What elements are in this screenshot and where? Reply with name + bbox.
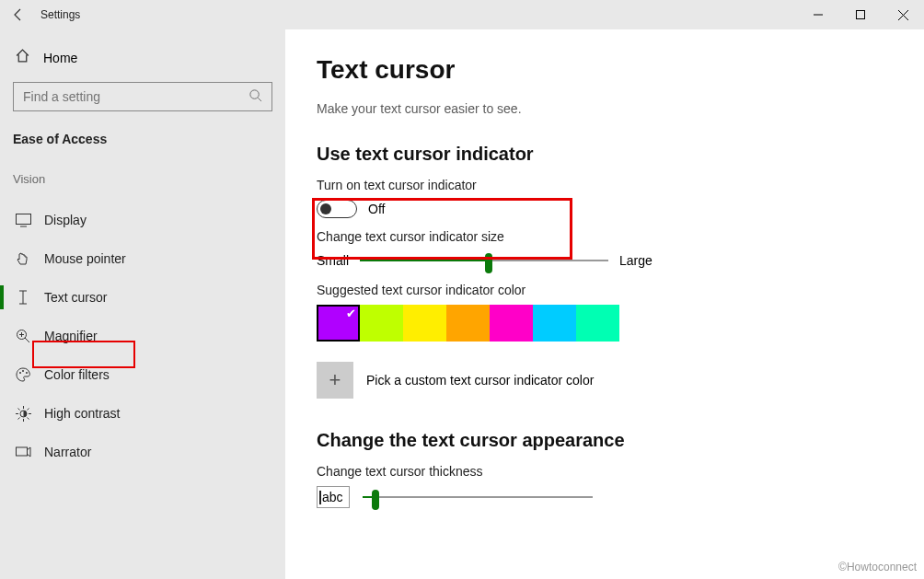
color-label: Suggested text cursor indicator color (317, 283, 893, 297)
svg-line-21 (27, 417, 29, 419)
narrator-icon (15, 444, 31, 460)
custom-color-label: Pick a custom text cursor indicator colo… (366, 373, 594, 388)
thickness-slider[interactable] (363, 488, 593, 506)
indicator-toggle[interactable] (317, 200, 357, 218)
section-appearance-heading: Change the text cursor appearance (317, 430, 893, 451)
color-swatch[interactable] (533, 305, 576, 342)
sidebar-item-high-contrast[interactable]: High contrast (13, 394, 272, 433)
sidebar-item-label: Color filters (44, 367, 110, 382)
thickness-label: Change text cursor thickness (317, 464, 893, 479)
watermark: ©Howtoconnect (838, 561, 917, 573)
search-icon (248, 88, 262, 106)
size-label: Change text cursor indicator size (317, 229, 893, 244)
cursor-hand-icon (15, 250, 31, 267)
sidebar-item-mouse-pointer[interactable]: Mouse pointer (13, 239, 272, 278)
close-button[interactable] (882, 0, 924, 29)
color-swatch[interactable] (360, 305, 403, 342)
svg-line-22 (27, 408, 29, 410)
text-cursor-icon (15, 289, 31, 306)
brightness-icon (15, 405, 31, 422)
size-min-label: Small (317, 253, 349, 268)
svg-line-23 (17, 417, 19, 419)
svg-point-13 (22, 370, 24, 372)
check-icon: ✔ (346, 307, 356, 320)
maximize-button[interactable] (839, 0, 882, 29)
sidebar-item-label: Magnifier (44, 329, 98, 343)
palette-icon (15, 366, 31, 383)
svg-point-4 (250, 89, 259, 98)
sidebar-item-magnifier[interactable]: Magnifier (13, 317, 272, 355)
display-icon (15, 212, 31, 228)
sidebar-item-narrator[interactable]: Narrator (13, 433, 272, 471)
color-swatch[interactable] (490, 305, 533, 342)
search-input[interactable] (23, 89, 225, 104)
size-slider[interactable] (360, 251, 608, 270)
svg-rect-24 (16, 447, 27, 456)
home-link[interactable]: Home (13, 42, 272, 82)
color-swatch[interactable] (576, 305, 619, 342)
home-label: Home (43, 51, 77, 65)
category-title: Ease of Access (13, 132, 272, 146)
home-icon (15, 48, 30, 67)
color-swatches: ✔ (317, 305, 893, 342)
sidebar-item-color-filters[interactable]: Color filters (13, 355, 272, 394)
page-subtitle: Make your text cursor easier to see. (317, 101, 893, 116)
size-max-label: Large (619, 253, 653, 268)
thickness-preview: abc (317, 486, 350, 508)
sidebar-item-label: Mouse pointer (44, 251, 126, 266)
sidebar-item-label: Narrator (44, 445, 91, 459)
svg-rect-1 (857, 11, 865, 19)
sidebar-item-label: Text cursor (44, 290, 107, 305)
titlebar: Settings (0, 0, 924, 29)
color-swatch[interactable] (403, 305, 446, 342)
sidebar-item-text-cursor[interactable]: Text cursor (13, 278, 272, 317)
svg-rect-6 (16, 214, 30, 224)
sidebar-item-display[interactable]: Display (13, 201, 272, 239)
svg-line-20 (17, 408, 19, 410)
toggle-label: Turn on text cursor indicator (317, 178, 893, 192)
magnifier-icon (15, 328, 31, 344)
app-title: Settings (40, 8, 80, 21)
color-swatch[interactable]: ✔ (317, 305, 360, 342)
svg-line-9 (25, 338, 29, 342)
sidebar-item-label: High contrast (44, 406, 120, 421)
color-swatch[interactable] (446, 305, 490, 342)
sidebar: Home Ease of Access Vision Display Mouse… (0, 29, 285, 579)
sidebar-item-label: Display (44, 213, 87, 227)
search-box[interactable] (13, 82, 272, 111)
minimize-button[interactable] (797, 0, 839, 29)
group-label: Vision (13, 172, 272, 186)
svg-point-12 (19, 372, 21, 374)
back-button[interactable] (0, 0, 37, 29)
svg-point-14 (26, 372, 28, 374)
main-panel: Text cursor Make your text cursor easier… (285, 29, 924, 579)
page-title: Text cursor (317, 55, 893, 85)
plus-icon: + (329, 368, 341, 392)
svg-line-5 (258, 98, 261, 101)
section-use-indicator-heading: Use text cursor indicator (317, 144, 893, 165)
window-controls (797, 0, 924, 29)
toggle-state: Off (368, 202, 385, 216)
custom-color-button[interactable]: + (317, 362, 353, 399)
